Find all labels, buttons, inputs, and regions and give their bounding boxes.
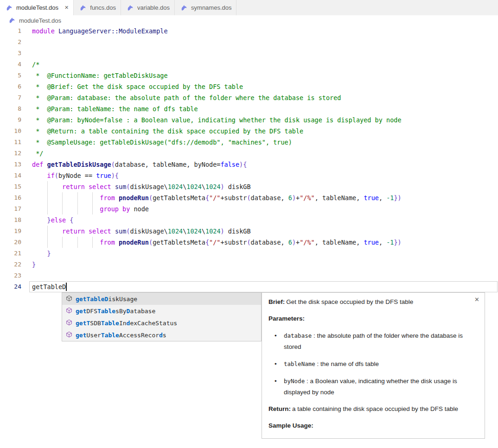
code-text: module LanguageServer::ModuleExample [32,25,168,37]
module-cube-icon [66,331,72,339]
code-text: * @Return: a table containing the disk s… [32,126,303,137]
docs-brief-label: Brief: [268,298,285,305]
text-cursor [66,283,67,291]
code-text: group by node [32,203,149,215]
breadcrumb[interactable]: moduleTest.dos [0,15,498,25]
code-text: */ [32,148,43,159]
breadcrumb-filename: moduleTest.dos [19,17,61,24]
tab-symnames-dos[interactable]: symnames.dos [175,0,236,15]
code-line-7[interactable]: 7 * @Param: database: the absolute path … [0,92,498,103]
line-number: 24 [0,281,21,292]
close-icon[interactable]: ✕ [474,296,479,303]
line-number: 16 [0,192,21,203]
code-text: from pnodeRun(getTabletsMeta{"/"+substr(… [32,192,402,203]
code-text: /* [32,59,39,70]
docs-brief: Brief:Get the disk space occupied by the… [268,297,478,307]
tab-label: symnames.dos [191,4,231,11]
tab-label: moduleTest.dos [16,4,58,11]
suggestion-getTSDBTableIndexCacheStatus[interactable]: getTSDBTableIndexCacheStatus [62,317,261,329]
code-line-6[interactable]: 6 * @Brief: Get the disk space occupied … [0,81,498,92]
tab-close-icon[interactable]: ✕ [64,5,69,10]
code-line-3[interactable]: 3 [0,48,498,59]
line-number: 13 [0,159,21,170]
code-text: } [32,259,36,270]
line-number: 9 [0,114,21,126]
code-line-4[interactable]: 4/* [0,59,498,70]
suggestion-label: getUserTableAccessRecords [76,332,166,339]
code-text: * @FunctionName: getTableDiskUsage [32,70,168,81]
autocomplete-docs-panel: ✕ Brief:Get the disk space occupied by t… [262,292,485,439]
line-number: 4 [0,59,21,70]
param-item: •byNode : a Boolean value, indicating wh… [268,376,478,398]
line-number: 1 [0,25,21,37]
code-text: def getTableDiskUsage(database, tableNam… [32,159,247,170]
line-number: 18 [0,215,21,226]
param-item: •tableName : the name of dfs table [268,359,478,370]
dolphindb-file-icon [6,4,13,12]
code-line-18[interactable]: 18 }else { [0,215,498,226]
dolphindb-file-icon [180,4,188,12]
suggestion-getUserTableAccessRecords[interactable]: getUserTableAccessRecords [62,329,261,341]
docs-return-label: Return: [268,405,291,412]
code-line-14[interactable]: 14 if(byNode == true){ [0,170,498,181]
code-line-19[interactable]: 19 return select sum(diskUsage\1024\1024… [0,226,498,237]
line-number: 10 [0,126,21,137]
editor-window: moduleTest.dos✕funcs.dosvariable.dossymn… [0,0,498,448]
code-text: from pnodeRun(getTabletsMeta{"/"+substr(… [32,237,402,248]
code-text: return select sum(diskUsage\1024\1024\10… [32,181,251,192]
suggestion-label: getDFSTablesByDatabase [76,308,155,315]
code-line-10[interactable]: 10 * @Return: a table containing the dis… [0,126,498,137]
dolphindb-file-icon [127,4,134,12]
line-number: 6 [0,81,21,92]
dolphindb-file-icon [8,17,16,24]
docs-return: Return:a table containing the disk space… [268,404,478,414]
code-text: * @Param: database: the absolute path of… [32,92,341,103]
docs-return-text: a table containing the disk space occupi… [292,405,458,412]
code-line-22[interactable]: 22} [0,259,498,270]
code-text: } [32,248,51,259]
code-text: * @Param: byNode=false : a Boolean value… [32,114,402,126]
code-line-12[interactable]: 12 */ [0,148,498,159]
docs-parameter-list: •database : the absolute path of the fol… [268,330,478,398]
code-text: return select sum(diskUsage\1024\1024\10… [32,226,251,237]
line-number: 12 [0,148,21,159]
code-text: if(byNode == true){ [32,170,119,181]
code-line-2[interactable]: 2 [0,37,498,48]
line-number: 19 [0,226,21,237]
line-number: 15 [0,181,21,192]
docs-sample-heading: Sample Usage: [268,421,478,430]
line-number: 23 [0,270,21,281]
sample-usage-code: getTableDiskUsage("dfs://demodb", "machi… [268,437,478,439]
suggestion-getDFSTablesByDatabase[interactable]: getDFSTablesByDatabase [62,305,261,317]
line-number: 2 [0,37,21,48]
code-text: }else { [32,215,73,226]
docs-parameters-heading: Parameters: [268,314,478,323]
line-number: 20 [0,237,21,248]
suggestion-getTableDiskUsage[interactable]: getTableDiskUsage [62,293,261,305]
code-line-11[interactable]: 11 * @SampleUsage: getTableDiskUsage("df… [0,137,498,148]
code-line-13[interactable]: 13def getTableDiskUsage(database, tableN… [0,159,498,170]
line-number: 17 [0,203,21,215]
bullet-icon: • [275,376,277,387]
code-text: getTableD [32,281,66,292]
tab-funcs-dos[interactable]: funcs.dos [74,0,121,15]
code-line-1[interactable]: 1module LanguageServer::ModuleExample [0,25,498,37]
code-line-8[interactable]: 8 * @Param: tableName: the name of dfs t… [0,103,498,114]
code-line-15[interactable]: 15 return select sum(diskUsage\1024\1024… [0,181,498,192]
module-cube-icon [66,307,72,315]
code-line-5[interactable]: 5 * @FunctionName: getTableDiskUsage [0,70,498,81]
docs-brief-text: Get the disk space occupied by the DFS t… [286,298,413,305]
code-line-23[interactable]: 23 [0,270,498,281]
code-line-17[interactable]: 17 group by node [0,203,498,215]
tab-moduleTest-dos[interactable]: moduleTest.dos✕ [0,0,74,15]
suggestion-label: getTSDBTableIndexCacheStatus [76,320,177,327]
code-line-24[interactable]: 24getTableD [0,281,498,292]
tab-variable-dos[interactable]: variable.dos [121,0,175,15]
code-line-16[interactable]: 16 from pnodeRun(getTabletsMeta{"/"+subs… [0,192,498,203]
line-number: 3 [0,48,21,59]
tab-label: funcs.dos [90,4,116,11]
line-number: 11 [0,137,21,148]
code-line-21[interactable]: 21 } [0,248,498,259]
code-line-20[interactable]: 20 from pnodeRun(getTabletsMeta{"/"+subs… [0,237,498,248]
code-line-9[interactable]: 9 * @Param: byNode=false : a Boolean val… [0,114,498,126]
